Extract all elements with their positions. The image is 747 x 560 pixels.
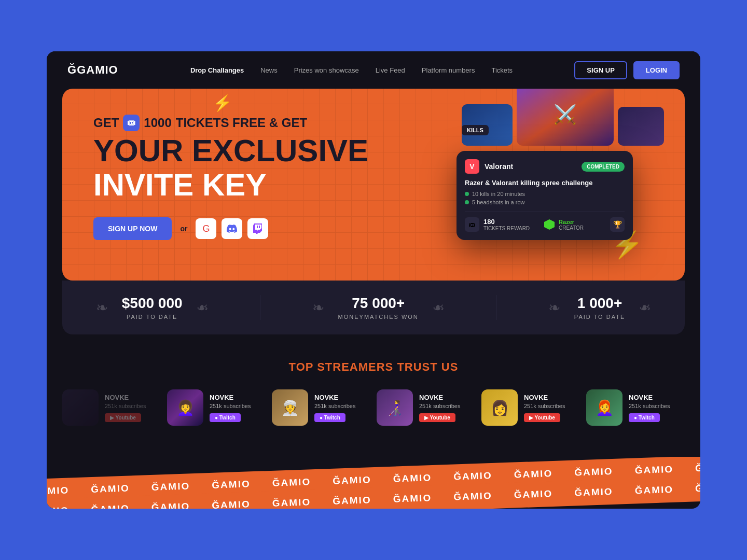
stats-bar: $500 000 PAID TO DATE 75 000+ MONEYMATCH…	[62, 281, 685, 334]
reward-tickets-icon: 🎟	[465, 217, 479, 232]
nav-live-feed[interactable]: Live Feed	[376, 66, 405, 74]
streamer-avatar-4: 👩‍🦰	[586, 389, 622, 426]
card-requirements: 10 kills in 20 minutes 5 headshots in a …	[465, 191, 625, 205]
stat-item-0: $500 000 PAID TO DATE	[122, 295, 183, 320]
streamer-subs-4: 251k subscribes	[629, 403, 681, 409]
card-game-info: V Valorant	[465, 159, 513, 174]
hero-or-text: or	[180, 225, 187, 233]
reward-ticket-value: 180	[483, 218, 530, 226]
stat-label-0: PAID TO DATE	[127, 314, 177, 320]
streamer-info-1: NOVKE 251k subscribes ● Twitch	[314, 394, 366, 422]
streamer-card-4: 👩‍🦰 NOVKE 251k subscribes ● Twitch	[586, 389, 681, 426]
stat-item-2: 1 000+ PAID TO DATE	[574, 295, 625, 320]
stat-divider-2	[496, 295, 496, 320]
streamers-title-highlight: TRUST US	[397, 360, 458, 373]
nav-actions: SIGN UP LOGIN	[574, 61, 680, 79]
req-dot-2	[465, 200, 469, 204]
stat-value-2: 1 000+	[577, 295, 622, 312]
streamer-avatar-ghost	[62, 389, 99, 426]
login-button[interactable]: LOGIN	[633, 61, 680, 79]
nav-links: Drop Challanges News Prizes won showcase…	[149, 66, 554, 74]
streamer-name-4: NOVKE	[629, 394, 681, 401]
nav-tickets[interactable]: Tickets	[491, 66, 513, 74]
hero-card-area: ⚔️ KILLS V Valorant COMPLETED Razer & Va…	[446, 89, 664, 240]
signup-button[interactable]: SIGN UP	[574, 61, 627, 79]
screenshot-main: ⚔️	[517, 89, 614, 146]
card-game-name: Valorant	[485, 162, 513, 171]
streamer-avatar-2: 👩‍🦯	[377, 389, 413, 426]
streamer-name-2: NOVKE	[419, 394, 471, 401]
creator-name: Razer	[559, 219, 584, 225]
logo: ĞGAMIO	[67, 63, 118, 77]
streamer-name-0: NOVKE	[210, 394, 261, 401]
platform-badge-3: ▶ Youtube	[524, 413, 560, 422]
discord-signin-button[interactable]	[222, 218, 242, 239]
streamer-info-0: NOVKE 251k subscribes ● Twitch	[210, 394, 261, 422]
stat-label-1: MONEYMATCHES WON	[338, 314, 419, 320]
stat-label-2: PAID TO DATE	[574, 314, 625, 320]
card-rewards: 🎟 180 TICKETS REWARD Razer CREATOR	[465, 212, 625, 232]
reward-trophy: 🏆	[610, 217, 625, 232]
valorant-icon: V	[465, 159, 479, 174]
nav-news[interactable]: News	[260, 66, 278, 74]
nav-platform-numbers[interactable]: Platform numbers	[422, 66, 475, 74]
navbar: ĞGAMIO Drop Challanges News Prizes won s…	[47, 51, 700, 89]
streamer-subs-1: 251k subscribes	[314, 403, 366, 409]
nav-drop-challenges[interactable]: Drop Challanges	[190, 66, 244, 74]
card-challenge-title: Razer & Valorant killing spree challenge	[465, 179, 625, 187]
trophy-icon: 🏆	[610, 217, 625, 232]
streamer-subs-0: 251k subscribes	[210, 403, 261, 409]
streamer-card-1: 👳‍♀️ NOVKE 251k subscribes ● Twitch	[272, 389, 366, 426]
screenshot-right	[618, 107, 664, 146]
streamers-title: TOP STREAMERS TRUST US	[62, 360, 685, 374]
stat-divider-1	[260, 295, 260, 320]
platform-badge-4: ● Twitch	[629, 413, 660, 422]
platform-badge-2: ▶ Youtube	[419, 413, 455, 422]
platform-badge-0: ● Twitch	[210, 413, 241, 422]
google-signin-button[interactable]: G	[196, 218, 216, 239]
platform-badge-1: ● Twitch	[314, 413, 345, 422]
streamers-row: NOVKE 251k subscribes ▶ Youtube 👩‍🦱 NOVK…	[62, 389, 685, 426]
streamer-avatar-1: 👳‍♀️	[272, 389, 308, 426]
hero-signup-button[interactable]: SIGN UP NOW	[93, 217, 172, 240]
streamers-section: TOP STREAMERS TRUST US NOVKE 251k subscr…	[47, 334, 700, 441]
streamer-card-3: 👩 NOVKE 251k subscribes ▶ Youtube	[481, 389, 576, 426]
ticket-icon: 🎟	[123, 115, 140, 131]
streamer-info-3: NOVKE 251k subscribes ▶ Youtube	[524, 394, 576, 422]
stat-value-0: $500 000	[122, 295, 183, 312]
streamer-info-4: NOVKE 251k subscribes ● Twitch	[629, 394, 681, 422]
req-dot-1	[465, 192, 469, 196]
hero-section: ⚡ ⚡ ⚡ GET 🎟 1000 TICKETS FREE & GET YOUR…	[62, 89, 685, 281]
twitch-signin-button[interactable]	[247, 218, 268, 239]
req-item-2: 5 headshots in a row	[465, 199, 625, 205]
completed-badge: COMPLETED	[582, 162, 625, 172]
streamer-info-ghost: NOVKE 251k subscribes ▶ Youtube	[105, 394, 157, 422]
streamer-avatar-3: 👩	[481, 389, 518, 426]
streamer-card-ghost-left: NOVKE 251k subscribes ▶ Youtube	[62, 389, 157, 426]
razer-logo: Razer CREATOR	[543, 218, 584, 231]
challenge-card: KILLS V Valorant COMPLETED Razer & Valor…	[457, 151, 633, 240]
streamer-card-0: 👩‍🦱 NOVKE 251k subscribes ● Twitch	[167, 389, 261, 426]
main-screen: ĞGAMIO Drop Challanges News Prizes won s…	[47, 51, 700, 509]
streamer-name-1: NOVKE	[314, 394, 366, 401]
streamer-info-2: NOVKE 251k subscribes ▶ Youtube	[419, 394, 471, 422]
stat-value-1: 75 000+	[352, 295, 405, 312]
streamer-subs-3: 251k subscribes	[524, 403, 576, 409]
req-item-1: 10 kills in 20 minutes	[465, 191, 625, 197]
lightning-icon-tl: ⚡	[213, 94, 232, 112]
kills-badge: KILLS	[462, 125, 489, 135]
nav-prizes[interactable]: Prizes won showcase	[294, 66, 359, 74]
stat-item-1: 75 000+ MONEYMATCHES WON	[338, 295, 419, 320]
streamer-avatar-0: 👩‍🦱	[167, 389, 203, 426]
platform-badge-ghost: ▶ Youtube	[105, 413, 141, 422]
streamer-subs-2: 251k subscribes	[419, 403, 471, 409]
reward-tickets: 🎟 180 TICKETS REWARD	[465, 217, 530, 232]
reward-tickets-label: TICKETS REWARD	[483, 226, 530, 231]
streamer-name-3: NOVKE	[524, 394, 576, 401]
social-icons: G	[196, 218, 268, 239]
creator-label: CREATOR	[559, 225, 584, 231]
streamer-card-2: 👩‍🦯 NOVKE 251k subscribes ▶ Youtube	[377, 389, 471, 426]
card-game-row: V Valorant COMPLETED	[465, 159, 625, 174]
